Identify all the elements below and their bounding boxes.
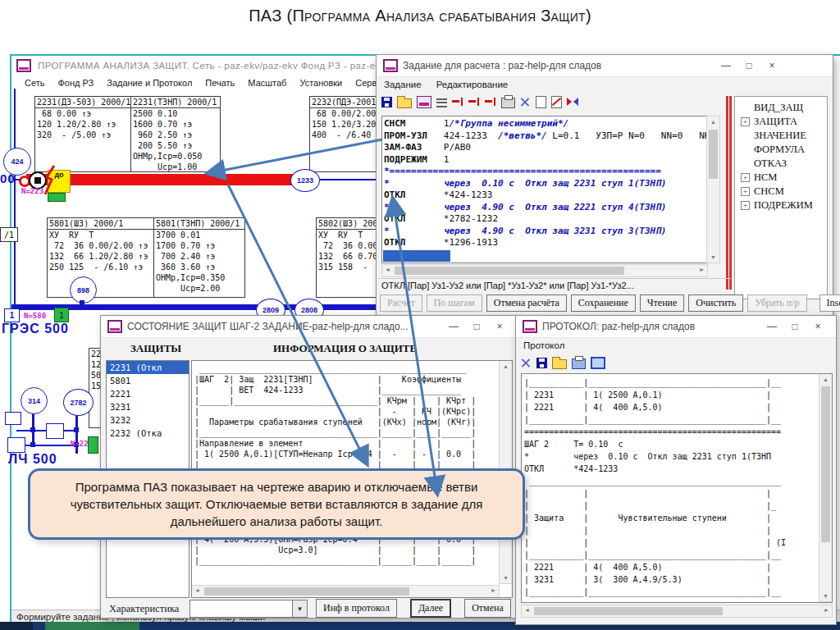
close-icon[interactable]: × bbox=[806, 321, 829, 332]
maximize-icon[interactable]: □ bbox=[465, 321, 488, 332]
protection-item[interactable]: 3231 bbox=[107, 400, 189, 413]
characteristic-combobox[interactable]: ▼ bbox=[189, 600, 308, 618]
maximize-icon[interactable]: □ bbox=[737, 60, 760, 71]
edit-doc-icon[interactable] bbox=[551, 96, 562, 108]
tree-item[interactable]: ФОРМУЛА bbox=[735, 143, 827, 157]
maximize-icon[interactable]: □ bbox=[783, 321, 806, 332]
protection-item[interactable]: 2221 bbox=[107, 387, 189, 400]
task-button[interactable]: По шагам bbox=[427, 294, 482, 312]
task-line: * через 4.90 с Откл защ 3231 ступ 3(ТЗНП… bbox=[384, 226, 707, 238]
task-line: * через 0.10 с Откл защ 2231 ступ 1(ТЗНП… bbox=[384, 178, 707, 190]
print-icon[interactable] bbox=[501, 98, 515, 108]
protection-item[interactable]: 3232 bbox=[107, 413, 189, 427]
task-window: Задание для расчета : paz-help-для сладо… bbox=[376, 54, 833, 317]
chevron-down-icon[interactable]: ▼ bbox=[292, 600, 307, 617]
protocol-vscrollbar[interactable]: ▲▼ bbox=[819, 374, 832, 602]
protection-item[interactable]: 2231 (Откл bbox=[107, 361, 189, 374]
app-icon bbox=[383, 59, 398, 72]
close-icon[interactable]: × bbox=[488, 321, 511, 332]
app-icon bbox=[523, 320, 537, 333]
selected-line-highlight bbox=[383, 250, 450, 262]
paz-run-icon[interactable] bbox=[417, 96, 431, 108]
info-hscrollbar[interactable]: ◄► bbox=[192, 585, 500, 597]
protocol-line: | | | (I bbox=[524, 536, 832, 549]
node-2782[interactable]: 2782 bbox=[63, 389, 94, 416]
protocol-text-area[interactable]: |___________|___________________________… bbox=[521, 373, 833, 603]
node-424[interactable]: 424 bbox=[3, 148, 31, 176]
tree-item[interactable]: +ЗАЩИТА bbox=[735, 115, 827, 129]
tree-item[interactable]: ОТКАЗ bbox=[735, 157, 827, 171]
protection-item[interactable]: 2232 (Отка bbox=[107, 427, 189, 440]
branch-label-box: /1 bbox=[0, 227, 18, 242]
expand-icon[interactable]: + bbox=[741, 187, 750, 196]
task-line: *=======================================… bbox=[384, 166, 707, 178]
minimize-icon[interactable]: — bbox=[442, 321, 465, 332]
breaker-box[interactable] bbox=[46, 423, 64, 439]
node-314[interactable]: 314 bbox=[21, 387, 48, 414]
expand-icon[interactable] bbox=[741, 145, 750, 154]
state-button[interactable]: Инф в протокол bbox=[316, 599, 397, 618]
task-button[interactable]: Расчет bbox=[380, 294, 422, 312]
open-icon[interactable] bbox=[552, 359, 567, 369]
state-button[interactable]: Далее bbox=[410, 599, 451, 618]
task-window-title: Задание для расчета : paz-help-для сладо… bbox=[403, 60, 710, 71]
task-vscrollbar[interactable]: ▲▼ bbox=[706, 116, 720, 263]
save-icon[interactable] bbox=[381, 97, 392, 107]
panel-splitter[interactable] bbox=[726, 96, 732, 290]
info-line: | Uср=3.0] | | | | bbox=[194, 545, 512, 555]
protocol-line: | 2221 | 4( 400 А,5.0) | bbox=[524, 401, 832, 413]
task-button[interactable]: Сохранение bbox=[571, 294, 636, 312]
save-icon[interactable] bbox=[536, 358, 547, 368]
protocol-hscrollbar[interactable]: ◄► bbox=[521, 605, 833, 618]
expand-icon[interactable]: + bbox=[741, 201, 750, 210]
task-button[interactable]: Очистить bbox=[688, 294, 743, 312]
menu-item[interactable]: Редактирование bbox=[429, 77, 516, 92]
tree-item[interactable]: +НСМ bbox=[735, 171, 827, 185]
task-hscrollbar[interactable]: ◄► bbox=[381, 264, 708, 277]
protocol-line: | | |_ bbox=[524, 500, 832, 512]
move-left-icon[interactable] bbox=[452, 97, 463, 107]
protections-header: ЗАЩИТЫ bbox=[130, 342, 181, 355]
state-buttons: Инф в протоколДалееОтмена bbox=[316, 599, 511, 618]
tree-item[interactable]: +СНСМ bbox=[735, 185, 827, 199]
delete-icon[interactable] bbox=[520, 97, 531, 107]
insert-line-icon[interactable] bbox=[485, 97, 496, 107]
tree-list-icon[interactable] bbox=[436, 98, 447, 107]
expand-icon[interactable] bbox=[741, 131, 750, 140]
protocol-line: | 2231 | 1( 2500 А,0.1) | bbox=[524, 389, 832, 401]
station-label-lch: ЛЧ 500 bbox=[8, 452, 57, 467]
clear-icon[interactable] bbox=[521, 358, 532, 368]
breaker-box[interactable] bbox=[5, 412, 21, 425]
lightning-icon bbox=[43, 165, 59, 196]
protection-item[interactable]: 5801 bbox=[107, 374, 189, 387]
task-button[interactable]: Отмена расчёта bbox=[486, 294, 567, 312]
task-button[interactable]: Чтение bbox=[640, 294, 685, 312]
move-right-icon[interactable] bbox=[468, 97, 480, 107]
expand-icon[interactable]: + bbox=[741, 173, 750, 182]
menu-item[interactable]: Задание bbox=[377, 77, 429, 92]
menu-item[interactable]: Протокол bbox=[516, 338, 572, 353]
minimize-icon[interactable]: — bbox=[760, 321, 783, 332]
breaker-box[interactable] bbox=[7, 437, 25, 453]
bus-line-vertical bbox=[14, 89, 16, 310]
tree-item[interactable]: ЗНАЧЕНИЕ bbox=[735, 129, 827, 143]
print-icon[interactable] bbox=[572, 358, 586, 369]
open-icon[interactable] bbox=[397, 98, 412, 108]
tree-item[interactable]: +ПОДРЕЖИМ bbox=[735, 199, 827, 212]
export-icon[interactable] bbox=[591, 357, 605, 369]
node-1233[interactable]: 1233 bbox=[290, 169, 320, 192]
protocol-line: | 3231 | 3( 300 А,4.9/5.3) | bbox=[524, 573, 832, 586]
new-doc-icon[interactable] bbox=[536, 96, 546, 108]
task-text-area[interactable]: СНСМ 1/*Группа несимметрий*/ПРОМ-УЗЛ 424… bbox=[381, 116, 708, 263]
expand-icon[interactable] bbox=[741, 103, 750, 112]
task-line: ОТКЛ *424-1233 bbox=[384, 189, 707, 202]
expand-icon[interactable] bbox=[741, 159, 750, 168]
task-button[interactable]: Убрать п/р bbox=[747, 294, 806, 312]
expand-icon[interactable]: + bbox=[741, 117, 750, 126]
tree-item[interactable]: ВИД_ЗАЩ bbox=[735, 101, 827, 115]
cut-icon[interactable] bbox=[567, 98, 578, 106]
close-icon[interactable]: × bbox=[760, 60, 783, 71]
protocol-line: ОТКЛ *424-1233 bbox=[524, 463, 832, 475]
state-button[interactable]: Отмена bbox=[464, 599, 511, 618]
minimize-icon[interactable]: — bbox=[714, 60, 737, 71]
